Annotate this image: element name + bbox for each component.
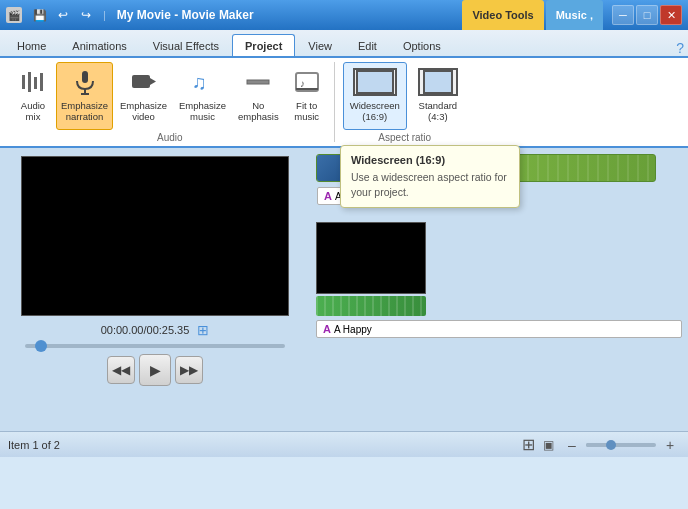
- text-clip-3-label: A Happy: [334, 324, 372, 335]
- svg-rect-15: [357, 71, 393, 93]
- time-text: 00:00.00/00:25.35: [101, 324, 190, 336]
- play-button[interactable]: ▶: [139, 354, 171, 386]
- zoom-out-button[interactable]: –: [562, 435, 582, 455]
- svg-rect-10: [247, 80, 269, 84]
- zoom-in-button[interactable]: +: [660, 435, 680, 455]
- tab-music[interactable]: Music ,: [546, 0, 603, 30]
- tab-project[interactable]: Project: [232, 34, 295, 56]
- text-clip-1-icon: A: [324, 190, 332, 202]
- text-clip-3-icon: A: [323, 323, 331, 335]
- ribbon-btn-audio-mix-label: Audiomix: [21, 100, 45, 123]
- zoom-slider[interactable]: [586, 443, 656, 447]
- tab-options[interactable]: Options: [390, 34, 454, 56]
- toolbar-save[interactable]: 💾: [30, 6, 50, 24]
- time-display: 00:00.00/00:25.35 ⊞: [101, 322, 210, 338]
- no-emphasis-icon: [242, 66, 274, 98]
- ribbon-btn-fit-to-music[interactable]: ♪ Fit tomusic: [286, 62, 328, 130]
- toolbar-redo[interactable]: ↪: [76, 6, 96, 24]
- status-bar: Item 1 of 2 ⊞ ▣ – +: [0, 431, 688, 457]
- app-icon: 🎬: [6, 7, 22, 23]
- minimize-button[interactable]: ─: [612, 5, 634, 25]
- svg-rect-3: [40, 73, 43, 91]
- ribbon-btn-emphasize-music[interactable]: ♫ Emphasizemusic: [174, 62, 231, 130]
- audio-mix-icon: [17, 66, 49, 98]
- video-block-2[interactable]: [316, 222, 426, 294]
- ribbon-btn-widescreen[interactable]: Widescreen(16:9): [343, 62, 407, 130]
- expand-icon[interactable]: ⊞: [197, 322, 209, 338]
- svg-rect-2: [34, 77, 37, 89]
- maximize-button[interactable]: □: [636, 5, 658, 25]
- emphasize-music-icon: ♫: [187, 66, 219, 98]
- video-preview: [21, 156, 289, 316]
- seek-bar[interactable]: [25, 344, 285, 348]
- tooltip-title: Widescreen (16:9): [351, 154, 509, 166]
- tab-home[interactable]: Home: [4, 34, 59, 56]
- ribbon-btn-emphasize-narration-label: Emphasizenarration: [61, 100, 108, 123]
- tab-visual-effects[interactable]: Visual Effects: [140, 34, 232, 56]
- tab-animations[interactable]: Animations: [59, 34, 139, 56]
- ribbon-btn-widescreen-label: Widescreen(16:9): [350, 100, 400, 122]
- seek-thumb[interactable]: [35, 340, 47, 352]
- status-text: Item 1 of 2: [8, 439, 60, 451]
- tab-view[interactable]: View: [295, 34, 345, 56]
- svg-rect-1: [28, 72, 31, 92]
- close-button[interactable]: ✕: [660, 5, 682, 25]
- fit-to-music-icon: ♪: [291, 66, 323, 98]
- ribbon-aspect-buttons: Widescreen(16:9) Standard(4:3): [343, 62, 467, 130]
- ribbon-btn-no-emphasis[interactable]: Noemphasis: [233, 62, 284, 130]
- svg-rect-0: [22, 75, 25, 89]
- svg-text:♫: ♫: [192, 71, 207, 93]
- ribbon-btn-audio-mix[interactable]: Audiomix: [12, 62, 54, 130]
- tooltip: Widescreen (16:9) Use a widescreen aspec…: [340, 145, 520, 208]
- widescreen-icon: [353, 68, 397, 96]
- window-title: My Movie - Movie Maker: [117, 8, 254, 22]
- next-button[interactable]: ▶▶: [175, 356, 203, 384]
- ribbon-group-audio: Audiomix Emphasizenarration: [6, 62, 335, 142]
- title-bar-controls: ─ □ ✕: [612, 5, 682, 25]
- svg-rect-16: [424, 71, 452, 93]
- top-tabs: Video Tools Music ,: [462, 0, 603, 30]
- prev-button[interactable]: ◀◀: [107, 356, 135, 384]
- ribbon-btn-no-emphasis-label: Noemphasis: [238, 100, 279, 123]
- tab-video-tools[interactable]: Video Tools: [462, 0, 543, 30]
- svg-rect-4: [82, 71, 88, 83]
- monitor-icon-2: ▣: [543, 438, 554, 452]
- svg-text:♪: ♪: [300, 78, 305, 89]
- ribbon: Audiomix Emphasizenarration: [0, 58, 688, 148]
- title-bar: 🎬 💾 ↩ ↪ | My Movie - Movie Maker Video T…: [0, 0, 688, 30]
- status-bar-right: ⊞ ▣ – +: [522, 435, 680, 455]
- title-bar-left: 🎬 💾 ↩ ↪ | My Movie - Movie Maker: [6, 6, 254, 24]
- timeline-track-2: A A Happy: [316, 218, 682, 338]
- ribbon-btn-standard-label: Standard(4:3): [419, 100, 458, 122]
- ribbon-tabs: Home Animations Visual Effects Project V…: [0, 30, 688, 58]
- audio-strip-2[interactable]: [316, 296, 426, 316]
- emphasize-video-icon: [128, 66, 160, 98]
- monitor-icon: ⊞: [522, 435, 535, 454]
- help-icon[interactable]: ?: [676, 40, 684, 56]
- ribbon-btn-emphasize-narration[interactable]: Emphasizenarration: [56, 62, 113, 130]
- text-clip-3[interactable]: A A Happy: [316, 320, 682, 338]
- playback-controls: ◀◀ ▶ ▶▶: [107, 354, 203, 386]
- tab-edit[interactable]: Edit: [345, 34, 390, 56]
- ribbon-group-audio-label: Audio: [12, 130, 328, 143]
- ribbon-group-aspect-label: Aspect ratio: [343, 130, 467, 143]
- svg-marker-8: [150, 78, 156, 85]
- ribbon-btn-fit-to-music-label: Fit tomusic: [294, 100, 319, 123]
- ribbon-btn-emphasize-music-label: Emphasizemusic: [179, 100, 226, 123]
- toolbar-undo[interactable]: ↩: [53, 6, 73, 24]
- ribbon-btn-emphasize-video-label: Emphasizevideo: [120, 100, 167, 123]
- ribbon-audio-buttons: Audiomix Emphasizenarration: [12, 62, 328, 130]
- tooltip-description: Use a widescreen aspect ratio for your p…: [351, 170, 509, 199]
- emphasize-narration-icon: [69, 66, 101, 98]
- ribbon-group-aspect: Widescreen(16:9) Standard(4:3) Aspect ra…: [337, 62, 473, 142]
- left-panel: 00:00.00/00:25.35 ⊞ ◀◀ ▶ ▶▶: [0, 148, 310, 431]
- svg-rect-7: [132, 75, 150, 88]
- ribbon-btn-emphasize-video[interactable]: Emphasizevideo: [115, 62, 172, 130]
- ribbon-btn-standard[interactable]: Standard(4:3): [409, 62, 467, 130]
- standard-icon: [418, 68, 458, 96]
- audio-strip2-overlay: [316, 296, 426, 316]
